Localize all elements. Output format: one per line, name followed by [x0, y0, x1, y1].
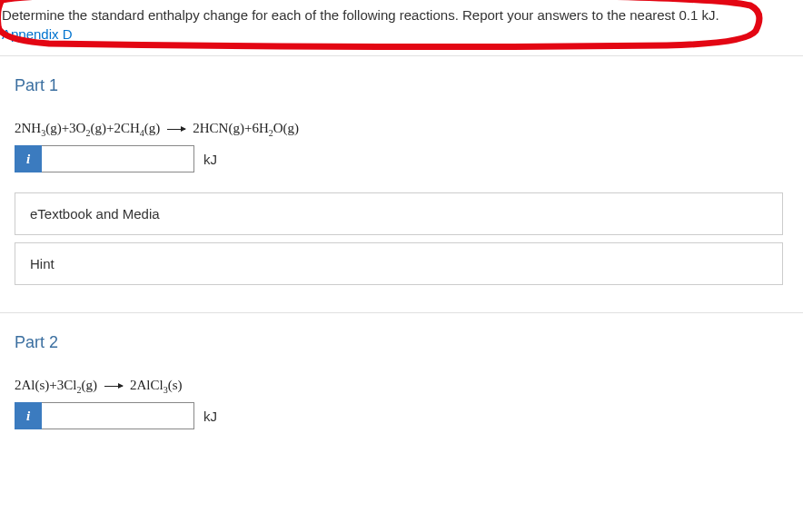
unit-label: kJ — [203, 409, 217, 424]
part-1-title: Part 1 — [7, 76, 803, 95]
part-1-section: Part 1 2NH3(g)+3O2(g)+2CH4(g) 2HCN(g)+6H… — [0, 56, 803, 313]
question-header: Determine the standard enthalpy change f… — [0, 0, 803, 56]
reaction-arrow-icon — [104, 386, 123, 387]
reaction-arrow-icon — [167, 129, 185, 130]
equation-reactants: 2NH3(g)+3O2(g)+2CH4(g) — [15, 121, 160, 138]
part-1-answer-row: i kJ — [7, 145, 803, 172]
part-1-equation: 2NH3(g)+3O2(g)+2CH4(g) 2HCN(g)+6H2O(g) — [7, 121, 803, 138]
part-2-equation: 2Al(s)+3Cl2(g) 2AlCl3(s) — [7, 378, 803, 395]
part-2-answer-row: i kJ — [7, 402, 803, 429]
unit-label: kJ — [203, 152, 217, 167]
prompt-text: Determine the standard enthalpy change f… — [2, 5, 796, 25]
part-2-section: Part 2 2Al(s)+3Cl2(g) 2AlCl3(s) i kJ — [0, 313, 803, 460]
etextbook-button[interactable]: eTextbook and Media — [15, 192, 783, 235]
equation-products: 2HCN(g)+6H2O(g) — [193, 121, 299, 138]
equation-reactants: 2Al(s)+3Cl2(g) — [15, 378, 97, 395]
part-2-title: Part 2 — [7, 333, 803, 352]
info-button[interactable]: i — [15, 402, 42, 429]
hint-button[interactable]: Hint — [15, 242, 783, 285]
appendix-link[interactable]: Appendix D — [2, 26, 73, 42]
part-2-answer-input[interactable] — [42, 402, 194, 429]
info-button[interactable]: i — [15, 145, 42, 172]
part-1-answer-input[interactable] — [42, 145, 194, 172]
equation-products: 2AlCl3(s) — [130, 378, 183, 395]
